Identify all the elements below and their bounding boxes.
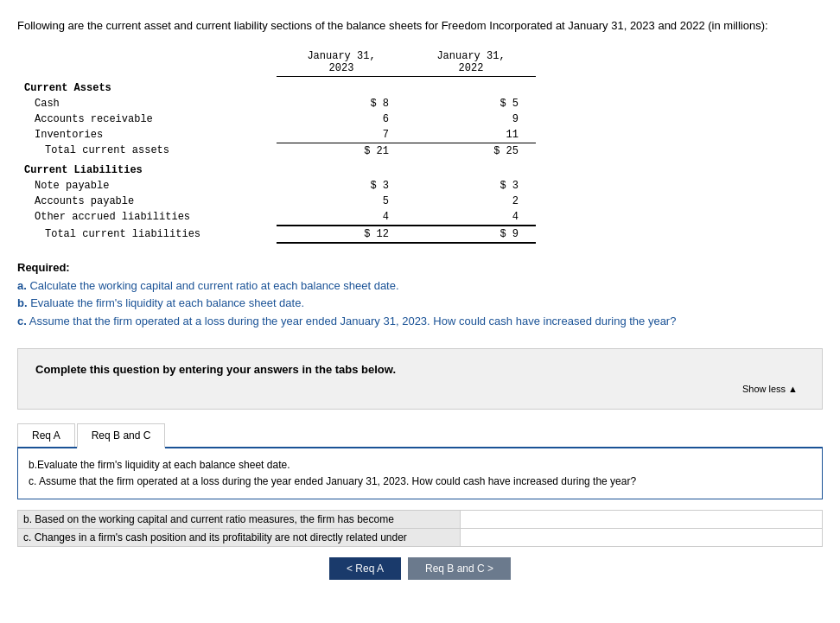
total-assets-label: Total current assets — [17, 143, 277, 159]
table-row: Cash $ 8 $ 5 — [17, 96, 536, 111]
show-less-label: Show less ▲ — [742, 384, 798, 394]
col-header-2022: January 31, 2022 — [406, 48, 536, 77]
tab-req-a[interactable]: Req A — [17, 423, 75, 447]
tabs-row: Req A Req B and C — [17, 423, 823, 448]
req-b-text: Evaluate the firm's liquidity at each ba… — [30, 296, 304, 309]
row-inv-2022: 11 — [406, 127, 536, 143]
row-ar-2022: 9 — [406, 111, 536, 127]
req-a-text: Calculate the working capital and curren… — [29, 279, 398, 292]
req-c-text: Assume that the firm operated at a loss … — [29, 315, 677, 327]
row-cash-2022: $ 5 — [406, 96, 536, 111]
req-item-b: b. Evaluate the firm's liquidity at each… — [17, 295, 823, 313]
required-title: Required: — [17, 261, 823, 274]
balance-table: January 31, 2023 January 31, 2022 Curren… — [17, 48, 536, 244]
req-b-bold: b. — [17, 296, 28, 309]
tab-content-area: b.Evaluate the firm's liquidity at each … — [17, 448, 823, 499]
table-row: Note payable $ 3 $ 3 — [17, 178, 536, 194]
row-cash-2023: $ 8 — [277, 96, 406, 111]
tab-req-bc[interactable]: Req B and C — [77, 423, 166, 448]
row-ar-label: Accounts receivable — [17, 111, 277, 127]
row-ap-2023: 5 — [277, 194, 406, 209]
tab-description-line2: c. Assume that the firm operated at a lo… — [29, 474, 811, 490]
complete-box-text: Complete this question by entering your … — [35, 363, 805, 376]
req-a-bold: a. — [17, 279, 27, 292]
total-assets-2022: $ 25 — [406, 143, 536, 159]
row-ap-label: Accounts payable — [17, 194, 277, 209]
total-assets-row: Total current assets $ 21 $ 25 — [17, 143, 536, 159]
answer-field-b[interactable] — [466, 513, 817, 525]
row-oal-label: Other accrued liabilities — [17, 209, 277, 226]
table-row: Accounts payable 5 2 — [17, 194, 536, 209]
tab-req-bc-label: Req B and C — [92, 429, 151, 442]
total-liabilities-2022: $ 9 — [406, 226, 536, 243]
answer-field-c[interactable] — [466, 531, 817, 544]
total-liabilities-2023: $ 12 — [277, 226, 406, 243]
current-liabilities-header: Current Liabilities — [17, 159, 536, 178]
tab-req-a-label: Req A — [32, 429, 60, 442]
req-item-c: c. Assume that the firm operated at a lo… — [17, 313, 823, 331]
answer-row-c: c. Changes in a firm's cash position and… — [18, 529, 823, 547]
row-oal-2023: 4 — [277, 209, 406, 226]
row-oal-2022: 4 — [406, 209, 536, 226]
balance-sheet-container: January 31, 2023 January 31, 2022 Curren… — [17, 48, 536, 244]
table-row: Inventories 7 11 — [17, 127, 536, 143]
row-cash-label: Cash — [17, 96, 277, 111]
row-np-2022: $ 3 — [406, 178, 536, 194]
tab-description-line1: b.Evaluate the firm's liquidity at each … — [29, 457, 811, 474]
current-liabilities-header-row: Current Liabilities — [17, 159, 536, 178]
row-ar-2023: 6 — [277, 111, 406, 127]
show-less[interactable]: Show less ▲ — [35, 383, 805, 395]
table-row: Other accrued liabilities 4 4 — [17, 209, 536, 226]
col-header-2023: January 31, 2023 — [277, 48, 406, 77]
answer-label-c: c. Changes in a firm's cash position and… — [18, 529, 461, 547]
req-c-bold: c. — [17, 315, 27, 327]
row-np-2023: $ 3 — [277, 178, 406, 194]
current-assets-header-row: Current Assets — [17, 76, 536, 96]
row-ap-2022: 2 — [406, 194, 536, 209]
answer-input-c[interactable] — [461, 529, 823, 547]
row-np-label: Note payable — [17, 178, 277, 194]
answer-label-b: b. Based on the working capital and curr… — [18, 511, 461, 529]
intro-text: Following are the current asset and curr… — [17, 17, 795, 35]
complete-box: Complete this question by entering your … — [17, 348, 823, 410]
prev-button[interactable]: < Req A — [329, 557, 401, 580]
required-section: Required: a. Calculate the working capit… — [17, 261, 823, 331]
answer-table: b. Based on the working capital and curr… — [17, 510, 823, 547]
total-liabilities-label: Total current liabilities — [17, 226, 277, 243]
total-assets-2023: $ 21 — [277, 143, 406, 159]
table-row: Accounts receivable 6 9 — [17, 111, 536, 127]
nav-buttons: < Req A Req B and C > — [17, 557, 823, 580]
row-inv-label: Inventories — [17, 127, 277, 143]
next-button-label: Req B and C > — [425, 563, 493, 575]
answer-row-b: b. Based on the working capital and curr… — [18, 511, 823, 529]
current-assets-header: Current Assets — [17, 76, 536, 96]
total-liabilities-row: Total current liabilities $ 12 $ 9 — [17, 226, 536, 243]
answer-input-b[interactable] — [461, 511, 823, 529]
req-item-a: a. Calculate the working capital and cur… — [17, 277, 823, 296]
next-button[interactable]: Req B and C > — [408, 557, 511, 580]
prev-button-label: < Req A — [347, 563, 384, 575]
row-inv-2023: 7 — [277, 127, 406, 143]
